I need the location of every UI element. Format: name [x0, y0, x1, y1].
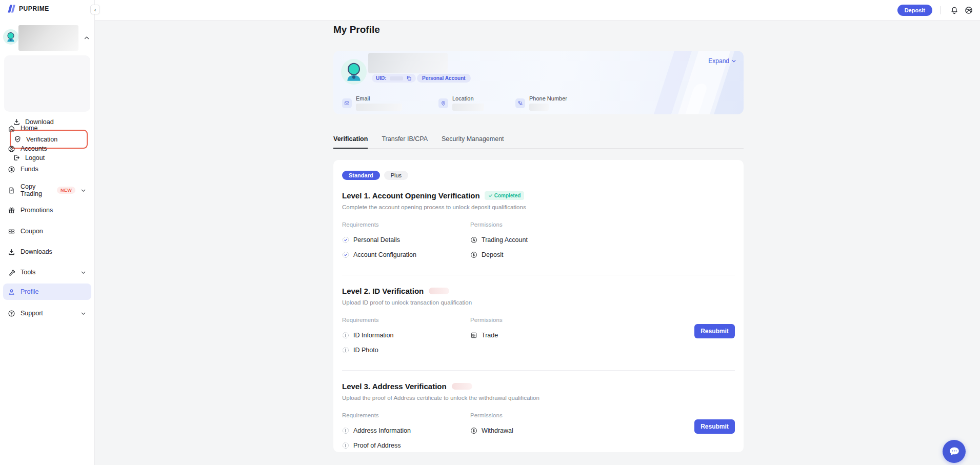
main-content: My Profile UID: Personal Account Expand: [333, 21, 744, 452]
status-badge-redacted: [452, 383, 472, 390]
pending-circle-icon: [342, 427, 349, 434]
profile-field-email: Email: [342, 95, 402, 111]
permission-label: Withdrawal: [482, 427, 513, 434]
sidebar-item-promotions[interactable]: Promotions: [3, 202, 91, 218]
sidebar-item-downloads[interactable]: Downloads: [3, 244, 91, 260]
permission-item: Withdrawal: [470, 427, 686, 435]
permission-item: Trade: [470, 331, 686, 339]
profile-icon: [8, 288, 15, 296]
profile-summary-card: UID: Personal Account Expand Email: [333, 51, 744, 114]
user-menu: Download Verification Logout: [4, 55, 90, 112]
brand-logo-icon: [6, 4, 16, 14]
chat-support-button[interactable]: [943, 440, 966, 463]
coupon-icon: [8, 228, 15, 235]
field-value-redacted: [356, 104, 402, 111]
requirements-label: Requirements: [342, 317, 470, 323]
requirement-label: ID Photo: [353, 347, 378, 354]
accounts-icon: [8, 145, 15, 153]
chevron-up-icon[interactable]: [84, 34, 90, 40]
sidebar-item-label: Accounts: [21, 145, 47, 152]
sidebar-item-label: Coupon: [21, 228, 43, 235]
section-divider: [342, 370, 735, 371]
profile-name-redacted: [368, 53, 448, 73]
tools-icon: [8, 269, 15, 276]
copy-icon[interactable]: [406, 75, 412, 81]
requirement-item: Personal Details: [342, 236, 470, 244]
chevron-down-icon: [81, 270, 86, 275]
requirements-label: Requirements: [342, 412, 470, 418]
profile-field-location: Location: [438, 95, 484, 111]
location-pin-icon: [438, 98, 448, 108]
sidebar-item-funds[interactable]: Funds: [3, 161, 91, 177]
field-label: Phone Number: [529, 95, 567, 102]
user-avatar[interactable]: [3, 29, 18, 45]
requirements-label: Requirements: [342, 221, 470, 228]
sidebar-item-copy-trading[interactable]: Copy Trading NEW: [3, 182, 91, 198]
requirement-item: Proof of Address: [342, 441, 470, 450]
sidebar-item-profile[interactable]: Profile: [3, 284, 91, 300]
requirement-item: ID Photo: [342, 346, 470, 354]
tab-transfer-ib-cpa[interactable]: Transfer IB/CPA: [382, 135, 428, 148]
account-type-badge: Personal Account: [417, 74, 471, 83]
sidebar-item-tools[interactable]: Tools: [3, 264, 91, 280]
sidebar-item-label: Tools: [21, 269, 35, 276]
profile-field-phone: Phone Number: [515, 95, 567, 111]
copy-trading-icon: [8, 187, 15, 194]
brand-name: PUPRIME: [19, 5, 49, 12]
field-value-redacted: [452, 104, 484, 111]
pending-circle-icon: [342, 442, 349, 449]
level-title: Level 1. Account Opening Verification: [342, 191, 480, 200]
brand-logo[interactable]: PUPRIME: [6, 4, 49, 14]
level-description: Complete the account opening process to …: [342, 204, 735, 210]
field-value-redacted: [529, 104, 549, 111]
deposit-button[interactable]: Deposit: [897, 5, 932, 16]
tab-security-management[interactable]: Security Management: [442, 135, 504, 148]
sidebar-item-coupon[interactable]: Coupon: [3, 223, 91, 239]
chevron-down-icon: [81, 188, 86, 193]
sidebar-item-support[interactable]: Support: [3, 305, 91, 321]
status-badge: Completed: [485, 191, 525, 200]
withdrawal-icon: [470, 427, 477, 434]
page-title: My Profile: [333, 25, 744, 35]
phone-icon: [515, 98, 525, 108]
sidebar-item-label: Home: [21, 125, 37, 132]
resubmit-button[interactable]: Resubmit: [694, 419, 735, 434]
permissions-label: Permissions: [470, 221, 686, 228]
status-badge-redacted: [429, 288, 449, 294]
app-window: Deposit PUPRIME Download Ve: [0, 0, 980, 465]
field-label: Location: [452, 95, 484, 102]
verification-card: Standard Plus Level 1. Account Opening V…: [333, 160, 744, 452]
expand-label: Expand: [708, 57, 729, 65]
section-divider: [342, 275, 735, 275]
requirement-item: ID Information: [342, 331, 470, 339]
level-1-section: Level 1. Account Opening Verification Co…: [342, 191, 735, 275]
permission-label: Deposit: [482, 251, 503, 258]
tab-verification[interactable]: Verification: [333, 135, 368, 149]
requirement-item: Account Configuration: [342, 251, 470, 259]
level-2-section: Level 2. ID Verification Upload ID proof…: [342, 287, 735, 371]
notifications-bell-icon[interactable]: [950, 6, 959, 15]
sidebar-item-label: Promotions: [21, 207, 53, 214]
deposit-icon: [470, 251, 477, 258]
language-globe-icon[interactable]: [964, 6, 973, 15]
profile-tabs: Verification Transfer IB/CPA Security Ma…: [333, 135, 744, 149]
uid-value-redacted: [390, 76, 403, 80]
plan-standard[interactable]: Standard: [342, 171, 380, 180]
profile-avatar: [341, 59, 367, 85]
sidebar-item-label: Funds: [21, 166, 38, 173]
chevron-down-icon: [81, 311, 86, 316]
sidebar-item-home[interactable]: Home: [3, 120, 91, 136]
sidebar-item-accounts[interactable]: Accounts: [3, 140, 91, 157]
requirement-label: Personal Details: [353, 236, 400, 244]
level-title: Level 3. Address Verification: [342, 382, 447, 391]
sidebar-item-label: Support: [21, 310, 43, 317]
check-circle-icon: [342, 236, 349, 244]
requirement-label: Account Configuration: [353, 251, 416, 258]
expand-toggle[interactable]: Expand: [708, 57, 736, 65]
plan-plus[interactable]: Plus: [384, 171, 408, 180]
sidebar-collapse-button[interactable]: ‹: [90, 5, 100, 14]
downloads-icon: [8, 248, 15, 256]
new-badge: NEW: [57, 187, 75, 194]
sidebar-item-label: Copy Trading: [21, 183, 52, 197]
resubmit-button[interactable]: Resubmit: [694, 324, 735, 338]
